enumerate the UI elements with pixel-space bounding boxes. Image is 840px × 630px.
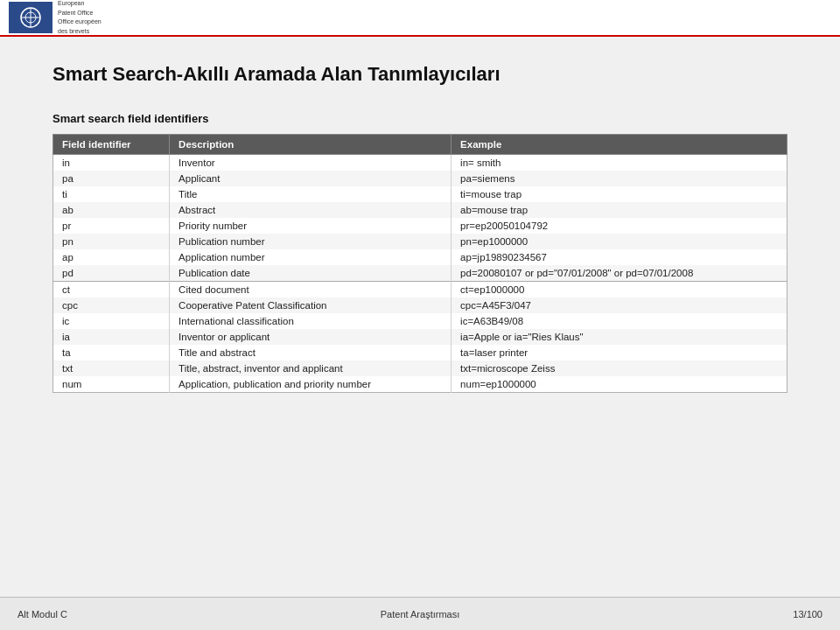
table-row: prPriority numberpr=ep20050104792	[53, 218, 788, 234]
cell-description: Priority number	[170, 218, 452, 234]
cell-field-id: ap	[53, 249, 170, 265]
col-header-description: Description	[170, 135, 452, 155]
table-header-row: Field identifier Description Example	[53, 135, 788, 155]
cell-description: Application, publication and priority nu…	[170, 376, 452, 393]
cell-example: cpc=A45F3/047	[452, 298, 788, 313]
cell-field-id: ta	[53, 345, 170, 360]
cell-field-id: ic	[53, 313, 170, 329]
logo-area: EuropeanPatent OfficeOffice européendes …	[9, 0, 102, 36]
cell-example: ia=Apple or ia="Ries Klaus"	[452, 329, 788, 345]
cell-field-id: ab	[53, 202, 170, 218]
col-header-example: Example	[452, 135, 788, 155]
cell-example: pa=siemens	[452, 171, 788, 186]
cell-example: pr=ep20050104792	[452, 218, 788, 234]
cell-field-id: pn	[53, 234, 170, 249]
section-title: Smart search field identifiers	[52, 112, 788, 125]
table-row: pdPublication datepd=20080107 or pd="07/…	[53, 265, 788, 282]
cell-example: ta=laser printer	[452, 345, 788, 360]
cell-example: ab=mouse trap	[452, 202, 788, 218]
table-row: paApplicantpa=siemens	[53, 171, 788, 186]
cell-description: Title	[170, 186, 452, 202]
cell-field-id: ct	[53, 282, 170, 298]
table-row: icInternational classificationic=A63B49/…	[53, 313, 788, 329]
field-identifier-table: Field identifier Description Example inI…	[52, 134, 788, 393]
cell-description: Cooperative Patent Classification	[170, 298, 452, 313]
epo-logo	[9, 2, 52, 33]
cell-field-id: in	[53, 155, 170, 172]
cell-example: ct=ep1000000	[452, 282, 788, 298]
top-bar: EuropeanPatent OfficeOffice européendes …	[0, 0, 840, 37]
table-row: apApplication numberap=jp19890234567	[53, 249, 788, 265]
cell-description: Inventor or applicant	[170, 329, 452, 345]
table-row: ctCited documentct=ep1000000	[53, 282, 788, 298]
cell-description: Publication date	[170, 265, 452, 282]
cell-example: txt=microscope Zeiss	[452, 360, 788, 376]
cell-example: ti=mouse trap	[452, 186, 788, 202]
table-row: tiTitleti=mouse trap	[53, 186, 788, 202]
cell-field-id: ti	[53, 186, 170, 202]
cell-field-id: txt	[53, 360, 170, 376]
cell-field-id: cpc	[53, 298, 170, 313]
table-row: txtTitle, abstract, inventor and applica…	[53, 360, 788, 376]
cell-description: Application number	[170, 249, 452, 265]
table-row: pnPublication numberpn=ep1000000	[53, 234, 788, 249]
cell-field-id: pa	[53, 171, 170, 186]
main-content: Smart Search-Akıllı Aramada Alan Tanımla…	[0, 37, 840, 597]
cell-description: International classification	[170, 313, 452, 329]
cell-description: Title and abstract	[170, 345, 452, 360]
footer-right: 13/100	[793, 609, 822, 620]
col-header-field: Field identifier	[53, 135, 170, 155]
cell-description: Cited document	[170, 282, 452, 298]
table-row: numApplication, publication and priority…	[53, 376, 788, 393]
cell-description: Publication number	[170, 234, 452, 249]
cell-field-id: pd	[53, 265, 170, 282]
cell-example: pn=ep1000000	[452, 234, 788, 249]
cell-description: Abstract	[170, 202, 452, 218]
cell-example: num=ep1000000	[452, 376, 788, 393]
table-row: iaInventor or applicantia=Apple or ia="R…	[53, 329, 788, 345]
cell-example: in= smith	[452, 155, 788, 172]
cell-field-id: pr	[53, 218, 170, 234]
table-row: abAbstractab=mouse trap	[53, 202, 788, 218]
table-row: taTitle and abstractta=laser printer	[53, 345, 788, 360]
cell-field-id: num	[53, 376, 170, 393]
cell-example: pd=20080107 or pd="07/01/2008" or pd=07/…	[452, 265, 788, 282]
footer-center: Patent Araştırması	[381, 609, 459, 620]
cell-example: ic=A63B49/08	[452, 313, 788, 329]
logo-text: EuropeanPatent OfficeOffice européendes …	[58, 0, 102, 36]
cell-description: Title, abstract, inventor and applicant	[170, 360, 452, 376]
cell-example: ap=jp19890234567	[452, 249, 788, 265]
cell-description: Inventor	[170, 155, 452, 172]
bottom-bar: Alt Modul C Patent Araştırması 13/100	[0, 597, 840, 630]
cell-description: Applicant	[170, 171, 452, 186]
page-title: Smart Search-Akıllı Aramada Alan Tanımla…	[52, 63, 788, 86]
table-row: cpcCooperative Patent Classificationcpc=…	[53, 298, 788, 313]
footer-left: Alt Modul C	[18, 609, 67, 620]
cell-field-id: ia	[53, 329, 170, 345]
table-row: inInventorin= smith	[53, 155, 788, 172]
